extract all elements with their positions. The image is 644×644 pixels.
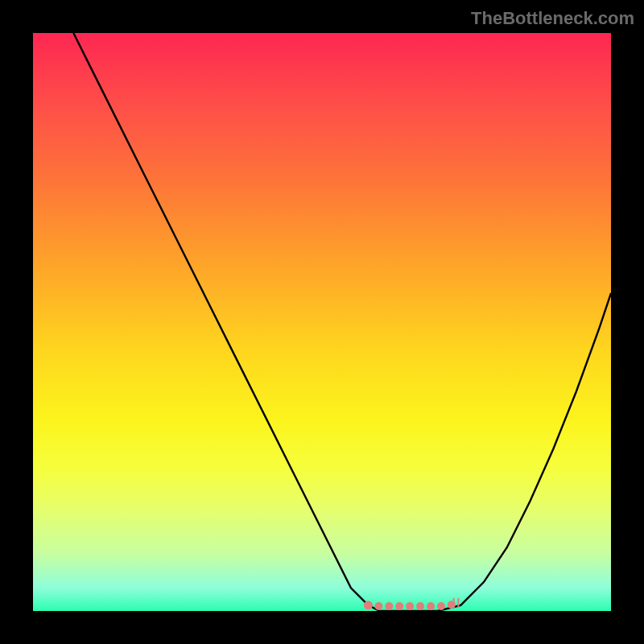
- flat-dot: [395, 602, 403, 610]
- svg-layer: [33, 33, 611, 611]
- flat-dot: [374, 602, 382, 610]
- flat-dot: [427, 602, 435, 610]
- curve-path: [73, 33, 611, 611]
- flat-dot: [437, 602, 445, 610]
- watermark-text: TheBottleneck.com: [471, 8, 634, 29]
- flat-dots: [364, 598, 459, 610]
- plot-area: [33, 33, 611, 611]
- flat-dot: [406, 602, 414, 610]
- flat-dot: [385, 602, 393, 610]
- flat-dot: [364, 601, 373, 609]
- flat-dot: [416, 602, 424, 610]
- chart-frame: TheBottleneck.com: [0, 0, 644, 644]
